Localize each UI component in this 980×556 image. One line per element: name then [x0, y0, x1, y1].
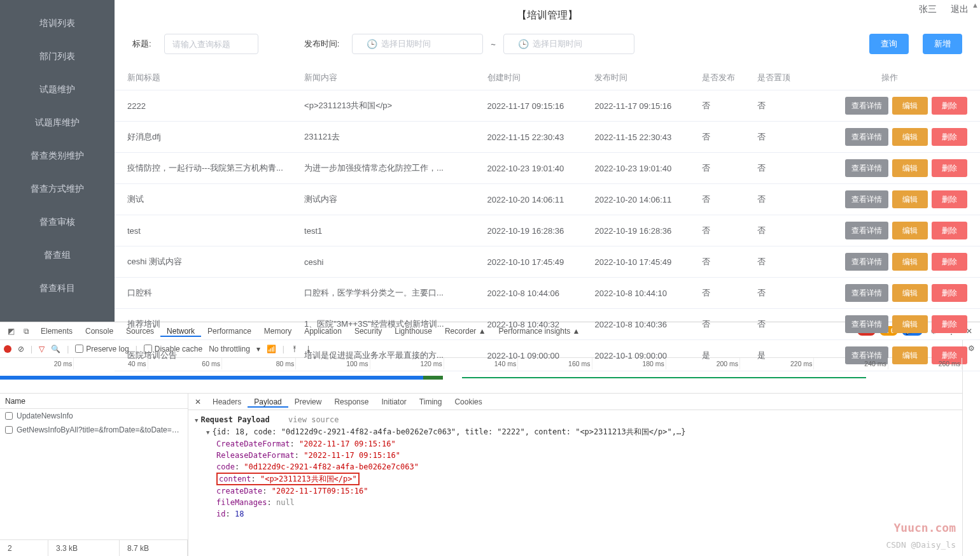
record-button[interactable]: [4, 345, 11, 353]
search-icon[interactable]: 🔍: [51, 345, 60, 353]
inspect-icon[interactable]: ◩: [4, 327, 18, 336]
status-requests: 2 requests: [0, 540, 48, 556]
edit-button[interactable]: 编辑: [892, 253, 928, 271]
edit-button[interactable]: 编辑: [892, 97, 928, 115]
logout-link[interactable]: 退出: [951, 4, 969, 14]
table-cell: 否: [696, 184, 750, 215]
edit-button[interactable]: 编辑: [892, 190, 928, 208]
delete-button[interactable]: 删除: [932, 222, 967, 239]
payload-summary[interactable]: {id: 18, code: "0d122d9c-2921-4f82-a4fa-…: [195, 426, 956, 438]
ops-cell: 查看详情编辑删除: [806, 153, 980, 184]
table-cell: ceshi 测试内容: [115, 246, 298, 278]
delete-button[interactable]: 删除: [932, 128, 967, 146]
view-source-link[interactable]: view source: [288, 415, 339, 424]
view-button[interactable]: 查看详情: [845, 190, 888, 208]
timeline-tick: 140 ms: [444, 358, 518, 369]
timeline-tick: 40 ms: [74, 358, 148, 369]
sidebar-item[interactable]: 督查方式维护: [0, 172, 115, 205]
view-button[interactable]: 查看详情: [845, 97, 888, 115]
detail-tab[interactable]: Response: [328, 397, 375, 406]
status-resources: 8.7 kB resources: [120, 540, 188, 556]
devtools-side-gear[interactable]: ⚙: [962, 340, 980, 556]
devtools-tab[interactable]: Console: [79, 327, 120, 336]
delete-button[interactable]: 删除: [932, 315, 967, 333]
edit-button[interactable]: 编辑: [892, 128, 928, 146]
payload-section-title[interactable]: Request Payload: [195, 414, 270, 426]
request-detail: ✕ HeadersPayloadPreviewResponseInitiator…: [188, 394, 962, 556]
delete-button[interactable]: 删除: [932, 97, 967, 115]
ops-cell: 查看详情编辑删除: [806, 246, 980, 278]
device-icon[interactable]: ⧉: [19, 327, 33, 336]
sidebar-item[interactable]: 试题维护: [0, 73, 115, 106]
sidebar-item[interactable]: 督查审核: [0, 205, 115, 238]
table-cell: test: [115, 215, 298, 246]
filter-icon[interactable]: ▽: [39, 345, 45, 353]
table-cell: 否: [696, 246, 750, 278]
request-checkbox[interactable]: [5, 426, 13, 434]
date-from-input[interactable]: 🕒 选择日期时间: [352, 34, 483, 54]
sidebar-item[interactable]: 试题库维护: [0, 106, 115, 139]
payload-field-highlighted: content: "<p>2311213共和国</p>": [195, 473, 956, 485]
date-range-separator: ~: [491, 39, 496, 49]
table-cell: 否: [696, 215, 750, 246]
table-cell: 否: [751, 278, 806, 309]
payload-field: code: "0d122d9c-2921-4f82-a4fa-be0262e7c…: [195, 461, 956, 473]
detail-tab[interactable]: Headers: [206, 397, 248, 406]
clear-icon[interactable]: ⊘: [18, 345, 24, 353]
table-cell: 2022-11-15 22:30:43: [481, 122, 589, 153]
table-cell: 否: [696, 90, 750, 122]
sidebar-item[interactable]: 培训列表: [0, 6, 115, 39]
detail-tab[interactable]: Timing: [413, 397, 449, 406]
view-button[interactable]: 查看详情: [845, 253, 888, 271]
devtools-tab[interactable]: Elements: [34, 327, 79, 336]
view-button[interactable]: 查看详情: [845, 315, 888, 333]
close-detail-icon[interactable]: ✕: [191, 397, 205, 406]
delete-button[interactable]: 删除: [932, 159, 967, 177]
detail-tab[interactable]: Payload: [248, 397, 288, 408]
date-to-input[interactable]: 🕒 选择日期时间: [503, 34, 634, 54]
table-cell: test1: [298, 215, 480, 246]
table-cell: 2022-10-19 16:28:36: [588, 215, 696, 246]
clock-icon: 🕒: [518, 39, 529, 49]
table-cell: 否: [696, 122, 750, 153]
delete-button[interactable]: 删除: [932, 284, 967, 302]
table-cell: <p>2311213共和国</p>: [298, 90, 480, 122]
detail-tab[interactable]: Initiator: [375, 397, 412, 406]
title-input[interactable]: [164, 34, 258, 54]
table-cell: 否: [751, 215, 806, 246]
view-button[interactable]: 查看详情: [845, 128, 888, 146]
table-cell: 口腔科: [115, 278, 298, 309]
table-header: 操作: [806, 66, 980, 90]
request-item[interactable]: GetNewsInfoByAll?title=&fromDate=&toDate…: [0, 423, 188, 437]
network-timeline[interactable]: 20 ms40 ms60 ms80 ms100 ms120 ms140 ms16…: [0, 358, 962, 394]
new-button[interactable]: 新增: [923, 34, 962, 54]
sidebar-item[interactable]: 督查科目: [0, 271, 115, 304]
edit-button[interactable]: 编辑: [892, 315, 928, 333]
sidebar-item[interactable]: 部门列表: [0, 39, 115, 73]
table-cell: 2022-11-17 09:15:16: [481, 90, 589, 122]
query-button[interactable]: 查询: [869, 34, 909, 54]
timeline-bar: [0, 376, 423, 380]
detail-tab[interactable]: Preview: [288, 397, 328, 406]
table-header: 创建时间: [481, 66, 589, 90]
user-name[interactable]: 张三: [919, 4, 937, 14]
table-cell: 否: [751, 309, 806, 340]
detail-tab[interactable]: Cookies: [448, 397, 488, 406]
request-name: GetNewsInfoByAll?title=&fromDate=&toDate…: [17, 425, 183, 434]
timeline-bar: [462, 377, 866, 378]
edit-button[interactable]: 编辑: [892, 222, 928, 239]
request-checkbox[interactable]: [5, 412, 13, 420]
delete-button[interactable]: 删除: [932, 253, 967, 271]
edit-button[interactable]: 编辑: [892, 284, 928, 302]
view-button[interactable]: 查看详情: [845, 159, 888, 177]
sidebar-item[interactable]: 督查类别维护: [0, 139, 115, 172]
table-cell: 2022-10-8 10:40:32: [481, 309, 589, 340]
edit-button[interactable]: 编辑: [892, 159, 928, 177]
table-cell: 2222: [115, 90, 298, 122]
table-header: 是否发布: [696, 66, 750, 90]
view-button[interactable]: 查看详情: [845, 284, 888, 302]
delete-button[interactable]: 删除: [932, 190, 967, 208]
request-item[interactable]: UpdateNewsInfo: [0, 409, 188, 423]
view-button[interactable]: 查看详情: [845, 222, 888, 239]
sidebar-item[interactable]: 督查组: [0, 238, 115, 271]
